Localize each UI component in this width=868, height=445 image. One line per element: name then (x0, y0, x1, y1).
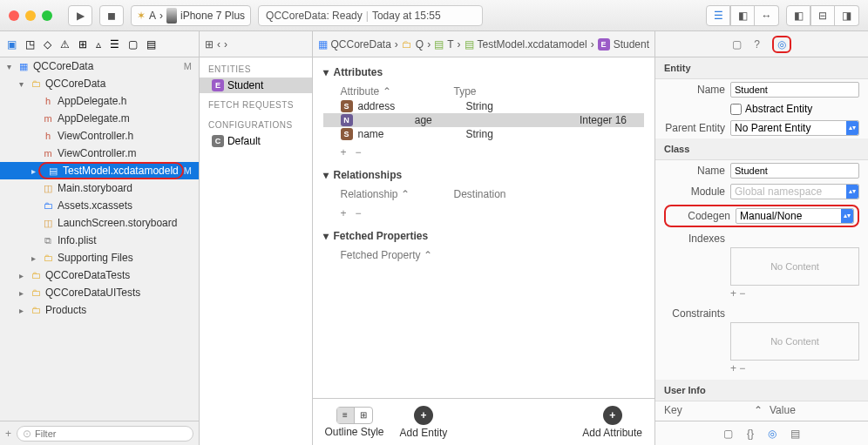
entity-item[interactable]: EStudent (200, 78, 312, 93)
standard-editor-button[interactable]: ☰ (706, 5, 730, 26)
debug-navigator-icon[interactable]: ☰ (110, 38, 119, 51)
filter-field[interactable]: ⊙ (17, 426, 193, 442)
tree-folder[interactable]: ▸🗀Products (0, 301, 199, 319)
add-attr-button[interactable]: + (341, 146, 347, 158)
add-button[interactable]: + (5, 428, 11, 440)
outline-style-button[interactable]: ≡⊞ Outline Style (325, 407, 384, 438)
codegen-label: Codegen (669, 210, 730, 222)
traffic-lights (9, 10, 52, 21)
tree-file[interactable]: ◫Main.storyboard (0, 179, 199, 197)
attr-row[interactable]: SnameString (323, 127, 645, 141)
code-snippet-icon[interactable]: {} (747, 428, 754, 440)
editor-pane: ▦QCCoreData› 🗀Q› ▤T› ▤TestModel.xcdatamo… (313, 31, 656, 445)
library-selector: ▢ {} ◎ ▤ (655, 421, 868, 445)
forward-button[interactable]: › (224, 38, 227, 51)
find-navigator-icon[interactable]: ⚠ (60, 38, 70, 51)
media-library-icon[interactable]: ▤ (790, 428, 800, 440)
class-name-label: Name (664, 165, 725, 177)
attr-row[interactable]: SaddressString (323, 99, 645, 113)
tree-file[interactable]: ⧉Info.plist (0, 232, 199, 249)
fetched-section[interactable]: ▾Fetched Properties (323, 225, 645, 247)
tree-file[interactable]: ◫LaunchScreen.storyboard (0, 214, 199, 232)
tree-file[interactable]: mViewController.m (0, 145, 199, 162)
entities-pane: ⊞ ‹ › ENTITIES EStudent FETCH REQUESTS C… (200, 31, 313, 445)
test-navigator-icon[interactable]: ▵ (96, 38, 101, 51)
report-navigator-icon[interactable]: ▤ (146, 38, 156, 51)
project-tree[interactable]: ▾▦QCCoreDataM ▾🗀QCCoreData hAppDelegate.… (0, 57, 199, 421)
tree-root[interactable]: ▾▦QCCoreDataM (0, 57, 199, 75)
scheme-selector[interactable]: ✶A› iPhone 7 Plus (131, 5, 251, 26)
breadcrumb[interactable]: ▦QCCoreData› 🗀Q› ▤T› ▤TestModel.xcdatamo… (313, 31, 655, 57)
panel-toggle-group: ◧ ⊟ ◨ (786, 5, 859, 26)
help-inspector-icon[interactable]: ? (754, 38, 760, 51)
value-col: Value (770, 404, 859, 416)
run-button[interactable]: ▶ (68, 5, 92, 26)
toggle-inspector-button[interactable]: ◨ (835, 5, 859, 26)
parent-label: Parent Entity (664, 122, 725, 134)
project-navigator-icon[interactable]: ▣ (7, 38, 17, 51)
entity-name-field[interactable] (730, 82, 859, 98)
tree-file[interactable]: 🗀Assets.xcassets (0, 197, 199, 214)
tree-group[interactable]: ▾🗀QCCoreData (0, 75, 199, 92)
plus-icon: + (414, 406, 433, 425)
parent-entity-select[interactable]: No Parent Entity▴▾ (730, 120, 859, 136)
add-entity-button[interactable]: + Add Entity (400, 406, 448, 439)
codegen-select[interactable]: Manual/None▴▾ (736, 208, 854, 224)
file-template-icon[interactable]: ▢ (723, 428, 733, 440)
status-time: Today at 15:55 (372, 10, 441, 22)
add-rel-button[interactable]: + (341, 207, 347, 219)
navigator-selector: ▣ ◳ ◇ ⚠ ⊞ ▵ ☰ ▢ ▤ (0, 31, 199, 57)
toggle-navigator-button[interactable]: ◧ (786, 5, 810, 26)
navigator-pane: ▣ ◳ ◇ ⚠ ⊞ ▵ ☰ ▢ ▤ ▾▦QCCoreDataM ▾🗀QCCore… (0, 31, 200, 445)
filter-input[interactable] (35, 428, 187, 439)
minimize-window-button[interactable] (25, 10, 36, 21)
attr-add-remove: +− (323, 141, 645, 164)
breakpoint-navigator-icon[interactable]: ▢ (128, 38, 138, 51)
tree-folder[interactable]: ▸🗀QCCoreDataUITests (0, 284, 199, 301)
titlebar: ▶ ◼ ✶A› iPhone 7 Plus QCCoreData: Ready … (0, 0, 868, 31)
add-constraint-button[interactable]: + (730, 362, 736, 374)
module-select[interactable]: Global namespace▴▾ (730, 184, 859, 199)
file-inspector-icon[interactable]: ▢ (732, 38, 742, 51)
related-icon[interactable]: ⊞ (205, 38, 214, 51)
filter-icon: ⊙ (23, 428, 31, 440)
tree-file[interactable]: hAppDelegate.h (0, 92, 199, 110)
attributes-section[interactable]: ▾Attributes (323, 61, 645, 84)
scheme-name: A (149, 10, 156, 22)
style-segment[interactable]: ≡⊞ (336, 407, 373, 424)
object-library-icon[interactable]: ◎ (768, 428, 776, 440)
toggle-debug-button[interactable]: ⊟ (810, 5, 835, 26)
configuration-item[interactable]: CDefault (200, 133, 312, 149)
source-control-icon[interactable]: ◳ (25, 38, 35, 51)
rel-add-remove: +− (323, 202, 645, 225)
assistant-editor-button[interactable]: ◧ (730, 5, 755, 26)
add-attribute-button[interactable]: + Add Attribute (582, 406, 642, 439)
back-button[interactable]: ‹ (217, 38, 220, 51)
zoom-window-button[interactable] (42, 10, 52, 21)
relationships-section[interactable]: ▾Relationships (323, 164, 645, 186)
symbol-navigator-icon[interactable]: ◇ (44, 38, 51, 51)
remove-rel-button[interactable]: − (356, 207, 362, 219)
constraints-empty: No Content (730, 322, 859, 361)
tree-folder[interactable]: ▸🗀QCCoreDataTests (0, 266, 199, 284)
abstract-checkbox[interactable] (730, 104, 742, 115)
issue-navigator-icon[interactable]: ⊞ (78, 38, 87, 51)
attr-row-selected[interactable]: NageInteger 16 (323, 113, 645, 127)
userinfo-section-header: User Info (655, 380, 868, 401)
tree-file[interactable]: hViewController.h (0, 127, 199, 145)
remove-attr-button[interactable]: − (356, 146, 362, 158)
tree-file[interactable]: mAppDelegate.m (0, 110, 199, 127)
editor-toolbar: ≡⊞ Outline Style + Add Entity + Add Attr… (313, 398, 655, 445)
tree-file-selected[interactable]: ▸ ▤TestModel.xcdatamodeld M (0, 162, 199, 179)
stop-button[interactable]: ◼ (99, 5, 124, 26)
class-name-field[interactable] (730, 163, 859, 179)
module-label: Module (664, 185, 725, 198)
tree-folder[interactable]: ▸🗀Supporting Files (0, 249, 199, 266)
close-window-button[interactable] (9, 10, 19, 21)
fetch-requests-header: FETCH REQUESTS (200, 93, 312, 113)
add-index-button[interactable]: + (730, 287, 736, 300)
remove-index-button[interactable]: − (739, 287, 745, 300)
remove-constraint-button[interactable]: − (739, 362, 745, 374)
datamodel-inspector-icon[interactable]: ◎ (772, 36, 791, 53)
version-editor-button[interactable]: ↔ (755, 5, 779, 26)
